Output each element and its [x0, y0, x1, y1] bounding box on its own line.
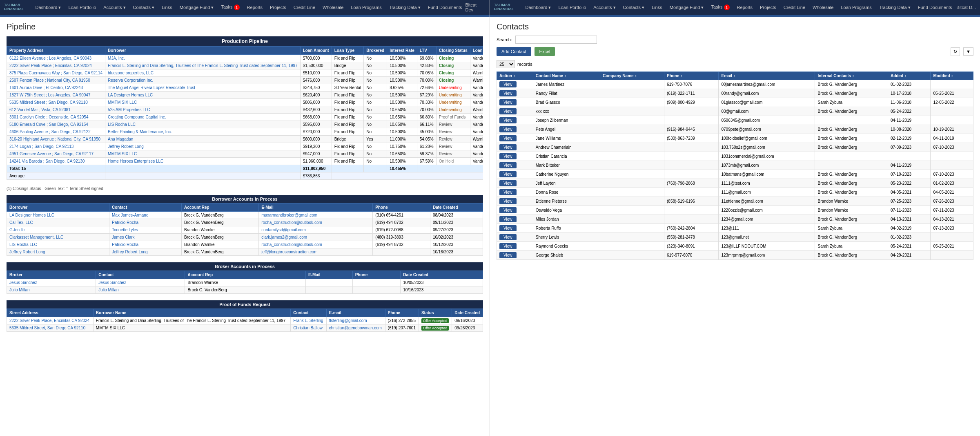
borrower-cell[interactable]: Ana Magadan: [105, 136, 301, 143]
address-cell[interactable]: 6122 Eileen Avenue ; Los Angeles, CA 900…: [7, 55, 105, 62]
br-broker[interactable]: Jesus Sanchez: [7, 279, 96, 286]
excel-button[interactable]: Excel: [535, 47, 555, 56]
ba-contact[interactable]: Jeffrey Robert Long: [109, 248, 181, 256]
ba-email[interactable]: maxarmandbroker@gmail.com: [259, 212, 373, 219]
address-cell[interactable]: 2222 Silver Peak Place ; Encinitas, CA 9…: [7, 62, 105, 69]
view-button[interactable]: View: [499, 198, 517, 204]
address-cell[interactable]: 316-20 Highland Avenue ; National City, …: [7, 136, 105, 143]
view-button[interactable]: View: [499, 189, 517, 195]
nav-wholesale[interactable]: Wholesale: [319, 3, 347, 11]
view-button[interactable]: View: [499, 99, 517, 105]
borrower-cell[interactable]: Reserva Corporation Inc.: [105, 77, 301, 84]
ba-borrower[interactable]: LA Designer Homes LLC: [7, 212, 109, 219]
right-nav-credit-line[interactable]: Credit Line: [780, 3, 808, 11]
address-cell[interactable]: 1601 Aurora Drive ; El Centro, CA 92243: [7, 84, 105, 92]
right-nav-links[interactable]: Links: [648, 3, 666, 11]
borrower-cell[interactable]: MMTM SIX LLC: [105, 99, 301, 106]
pof-contact[interactable]: Christian Ballow: [291, 324, 326, 332]
ba-borrower[interactable]: Clarkasset Management, LLC: [7, 234, 109, 241]
right-nav-wholesale[interactable]: Wholesale: [809, 3, 837, 11]
address-cell[interactable]: 1827 W 75th Street ; Los Angeles, CA 900…: [7, 92, 105, 99]
view-button[interactable]: View: [499, 216, 517, 222]
view-button[interactable]: View: [499, 207, 517, 213]
view-button[interactable]: View: [499, 252, 517, 258]
nav-links[interactable]: Links: [158, 3, 176, 11]
ba-borrower[interactable]: Cal-Tex, LLC: [7, 219, 109, 226]
pof-email[interactable]: flsterling@gmail.com: [326, 317, 385, 324]
ba-contact[interactable]: Patricio Rocha: [109, 241, 181, 248]
ba-contact[interactable]: Patricio Rocha: [109, 219, 181, 226]
right-nav-contacts[interactable]: Contacts ▾: [620, 3, 648, 12]
view-button[interactable]: View: [499, 180, 517, 186]
view-button[interactable]: View: [499, 225, 517, 231]
view-button[interactable]: View: [499, 171, 517, 177]
view-button[interactable]: View: [499, 144, 517, 150]
br-contact[interactable]: Julio Millan: [96, 286, 185, 294]
nav-accounts[interactable]: Accounts ▾: [100, 3, 129, 12]
ba-email[interactable]: rocha_construction@outlook.com: [259, 241, 373, 248]
ba-contact[interactable]: James Clark: [109, 234, 181, 241]
borrower-cell[interactable]: Creating Compound Capital Inc.: [105, 114, 301, 121]
nav-tasks[interactable]: Tasks 1: [218, 3, 243, 12]
ba-email[interactable]: confamilysd@gmail.com: [259, 226, 373, 234]
ba-borrower[interactable]: Jeffrey Robert Long: [7, 248, 109, 256]
right-nav-tasks[interactable]: Tasks 1: [708, 3, 733, 12]
view-button[interactable]: View: [499, 90, 517, 96]
borrower-cell[interactable]: MJA, Inc.: [105, 55, 301, 62]
view-button[interactable]: View: [499, 126, 517, 132]
address-cell[interactable]: 3301 Carolyn Circle ; Oceanside, CA 9205…: [7, 114, 105, 121]
address-cell[interactable]: 5180 Emerald Cove ; San Diego, CA 92154: [7, 121, 105, 128]
ba-borrower[interactable]: G-ten llc: [7, 226, 109, 234]
ba-borrower[interactable]: LIS Rocha LLC: [7, 241, 109, 248]
view-button[interactable]: View: [499, 162, 517, 168]
nav-mortgage-fund[interactable]: Mortgage Fund ▾: [176, 3, 217, 12]
nav-fund-documents[interactable]: Fund Documents: [425, 3, 466, 11]
nav-tracking-data[interactable]: Tracking Data ▾: [386, 3, 424, 12]
address-cell[interactable]: 4951 Genesee Avenue ; San Diego, CA 9211…: [7, 150, 105, 158]
right-nav-loan-programs[interactable]: Loan Programs: [837, 3, 875, 11]
add-contact-button[interactable]: Add Contact: [497, 47, 531, 56]
borrower-cell[interactable]: MMTM SIX LLC: [105, 150, 301, 158]
view-button[interactable]: View: [499, 243, 517, 249]
nav-reports[interactable]: Reports: [244, 3, 266, 11]
view-button[interactable]: View: [499, 234, 517, 240]
right-nav-loan-portfolio[interactable]: Loan Portfolio: [555, 3, 589, 11]
borrower-cell[interactable]: bluezone properties, LLC: [105, 69, 301, 77]
pof-email[interactable]: christian@genebowman.com: [326, 324, 385, 332]
ba-email[interactable]: clark.james2@gmail.com: [259, 234, 373, 241]
address-cell[interactable]: 14241 Via Baroda ; San Diego, CA 92130: [7, 158, 105, 165]
right-nav-dashboard[interactable]: Dashboard ▾: [522, 3, 555, 12]
address-cell[interactable]: 2174 Logan ; San Diego, CA 92113: [7, 143, 105, 150]
br-broker[interactable]: Julio Millan: [7, 286, 96, 294]
view-button[interactable]: View: [499, 108, 517, 114]
borrower-cell[interactable]: LA Designer Homes LLC: [105, 92, 301, 99]
ba-contact[interactable]: Tonnette Lyles: [109, 226, 181, 234]
view-button[interactable]: View: [499, 135, 517, 141]
borrower-cell[interactable]: Francis L. Sterling and Dina Sterling, T…: [105, 62, 301, 69]
address-cell[interactable]: 4606 Pauling Avenue ; San Diego, CA 9212…: [7, 128, 105, 136]
nav-contacts[interactable]: Contacts ▾: [130, 3, 158, 12]
right-nav-mortgage-fund[interactable]: Mortgage Fund ▾: [666, 3, 707, 12]
nav-dashboard[interactable]: Dashboard ▾: [32, 3, 65, 12]
records-per-page-select[interactable]: 25 50 100: [497, 60, 515, 68]
refresh-button[interactable]: ↻: [951, 47, 960, 56]
nav-loan-programs[interactable]: Loan Programs: [347, 3, 385, 11]
address-cell[interactable]: 5635 Mildred Street ; San Diego, CA 9211…: [7, 99, 105, 106]
nav-credit-line[interactable]: Credit Line: [290, 3, 318, 11]
search-input[interactable]: [515, 36, 597, 44]
filter-button[interactable]: ▼: [963, 47, 973, 56]
borrower-cell[interactable]: The Miguel Angel Rivera Lopez Revocable …: [105, 84, 301, 92]
right-nav-projects[interactable]: Projects: [757, 3, 780, 11]
borrower-cell[interactable]: LIS Rocha LLC: [105, 121, 301, 128]
address-cell[interactable]: 2507 Fenton Place ; National City, CA 91…: [7, 77, 105, 84]
view-button[interactable]: View: [499, 117, 517, 123]
borrower-cell[interactable]: Jeffrey Robert Long: [105, 143, 301, 150]
view-button[interactable]: View: [499, 81, 517, 87]
borrower-cell[interactable]: Home Heroes Enterprises LLC: [105, 158, 301, 165]
address-cell[interactable]: 612 Via del Mar ; Vista, CA 92081: [7, 106, 105, 114]
borrower-cell[interactable]: Better Painting & Maintenance, Inc.: [105, 128, 301, 136]
view-button[interactable]: View: [499, 153, 517, 159]
right-nav-tracking-data[interactable]: Tracking Data ▾: [876, 3, 914, 12]
right-nav-reports[interactable]: Reports: [734, 3, 756, 11]
ba-contact[interactable]: Max James-Armand: [109, 212, 181, 219]
